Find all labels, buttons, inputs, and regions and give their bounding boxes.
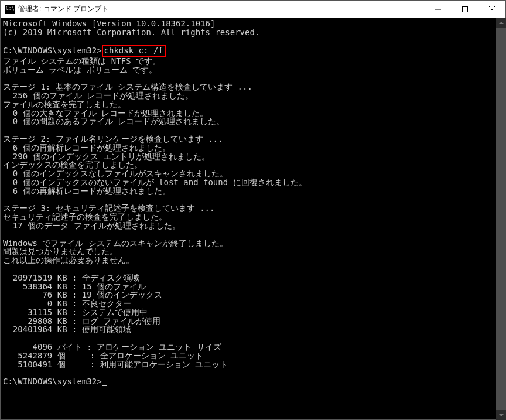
stage1-line: 0 個の大きなファイル レコードが処理されました。 [3, 109, 503, 118]
stage1-header: ステージ 1: 基本のファイル システム構造を検査しています ... [3, 83, 503, 91]
window-controls [425, 1, 505, 18]
command-prompt-window: 管理者: コマンド プロンプト Microsoft Windows [Versi… [0, 0, 506, 420]
svg-marker-4 [499, 22, 504, 24]
stat-line: 31115 KB : システムで使用中 [3, 308, 503, 317]
minimize-icon [435, 6, 441, 12]
alloc-line: 5100491 個 : 利用可能アロケーション ユニット [3, 360, 503, 369]
stat-line: 0 KB : 不良セクター [3, 299, 503, 308]
highlighted-command: chkdsk c: /f [102, 45, 166, 56]
stage3-line: 17 個のデータ ファイルが処理されました。 [3, 221, 503, 230]
close-button[interactable] [478, 1, 505, 18]
prompt-prefix: C:\WINDOWS\system32> [3, 377, 102, 386]
stat-line: 76 KB : 19 個のインデックス [3, 291, 503, 299]
close-icon [489, 6, 495, 12]
volume-label-line: ボリューム ラベルは ボリューム です。 [3, 66, 503, 74]
done-line: Windows でファイル システムのスキャンが終了しました。 [3, 239, 503, 248]
stat-line: 29808 KB : ログ ファイルが使用 [3, 317, 503, 326]
scroll-down-button[interactable] [496, 410, 506, 420]
stage1-line: ファイルの検査を完了しました。 [3, 100, 503, 109]
chevron-down-icon [499, 414, 504, 416]
copyright-line: (c) 2019 Microsoft Corporation. All righ… [3, 28, 503, 37]
vertical-scrollbar[interactable] [496, 18, 506, 420]
scroll-up-button[interactable] [496, 18, 506, 28]
cursor [102, 385, 107, 386]
done-line: これ以上の操作は必要ありません。 [3, 256, 503, 265]
chevron-up-icon [499, 22, 504, 24]
stat-line: 20971519 KB : 全ディスク領域 [3, 274, 503, 282]
alloc-line: 5242879 個 : 全アロケーション ユニット [3, 351, 503, 360]
stage2-line: 0 個のインデックスなしファイルがスキャンされました。 [3, 169, 503, 178]
stage2-line: 290 個のインデックス エントリが処理されました。 [3, 152, 503, 161]
stage2-line: インデックスの検査を完了しました。 [3, 161, 503, 169]
prompt-line: C:\WINDOWS\system32> [3, 377, 503, 386]
stage3-header: ステージ 3: セキュリティ記述子を検査しています ... [3, 204, 503, 213]
version-line: Microsoft Windows [Version 10.0.18362.10… [3, 19, 503, 28]
alloc-line: 4096 バイト : アロケーション ユニット サイズ [3, 343, 503, 351]
stage2-line: 6 個の再解析レコードが処理されました。 [3, 187, 503, 196]
stage1-line: 256 個のファイル レコードが処理されました。 [3, 91, 503, 100]
maximize-icon [462, 6, 468, 12]
fs-type-line: ファイル システムの種類は NTFS です。 [3, 57, 503, 66]
svg-rect-1 [463, 6, 468, 12]
stat-line: 20401964 KB : 使用可能領域 [3, 325, 503, 334]
stage1-line: 0 個の問題のあるファイル レコードが処理されました。 [3, 117, 503, 126]
maximize-button[interactable] [452, 1, 478, 18]
titlebar[interactable]: 管理者: コマンド プロンプト [1, 1, 505, 18]
svg-marker-5 [499, 414, 504, 416]
done-line: 問題は見つかりませんでした。 [3, 247, 503, 256]
stage2-header: ステージ 2: ファイル名リンケージを検査しています ... [3, 135, 503, 144]
stage3-line: セキュリティ記述子の検査を完了しました。 [3, 213, 503, 221]
scroll-thumb[interactable] [496, 28, 506, 410]
minimize-button[interactable] [425, 1, 452, 18]
command-line: C:\WINDOWS\system32>chkdsk c: /f [3, 45, 503, 56]
prompt-prefix: C:\WINDOWS\system32> [3, 46, 102, 55]
stage2-line: 6 個の再解析レコードが処理されました。 [3, 144, 503, 152]
stage2-line: 0 個のインデックスのないファイルが lost and found に回復されま… [3, 178, 503, 187]
cmd-icon [5, 5, 15, 14]
window-title: 管理者: コマンド プロンプト [18, 4, 425, 14]
terminal-output[interactable]: Microsoft Windows [Version 10.0.18362.10… [1, 18, 505, 419]
stat-line: 538364 KB : 15 個のファイル [3, 282, 503, 291]
